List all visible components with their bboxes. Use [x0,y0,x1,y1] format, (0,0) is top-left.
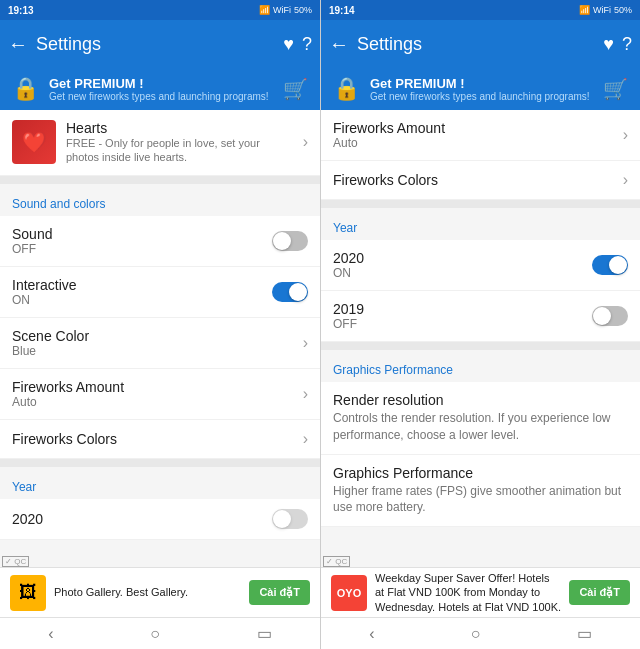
sound-toggle-knob [273,232,291,250]
fireworks-amount-text-left: Fireworks Amount Auto [12,379,303,409]
cart-icon-left[interactable]: 🛒 [283,77,308,101]
fireworks-amount-text-right: Fireworks Amount Auto [333,120,623,150]
hearts-item[interactable]: ❤️ Hearts FREE - Only for people in love… [0,110,320,176]
hearts-chevron: › [303,133,308,151]
year-2019-value-right: OFF [333,317,592,331]
premium-title-left: Get PREMIUM ! [49,76,273,91]
premium-title-right: Get PREMIUM ! [370,76,593,91]
premium-subtitle-left: Get new fireworks types and launching pr… [49,91,273,102]
cart-icon-right[interactable]: 🛒 [603,77,628,101]
battery-right: 50% [614,5,632,15]
header-title-left: Settings [36,34,275,55]
scene-color-value: Blue [12,344,303,358]
fireworks-colors-text-right: Fireworks Colors [333,172,623,188]
interactive-row: Interactive ON [0,267,320,318]
nav-back-right[interactable]: ‹ [369,625,374,643]
year-2019-toggle-right[interactable] [592,306,628,326]
hearts-name: Hearts [66,120,293,136]
header-right: ← Settings ♥ ? [321,20,640,68]
fireworks-colors-chevron-left: › [303,430,308,448]
premium-banner-left[interactable]: 🔒 Get PREMIUM ! Get new fireworks types … [0,68,320,110]
share-button-right[interactable]: ♥ [603,34,614,55]
nav-back-left[interactable]: ‹ [48,625,53,643]
ad-banner-right: OYO Weekday Super Saver Offer! Hotels at… [321,567,640,617]
nav-home-right[interactable]: ○ [471,625,481,643]
screen-left: 19:13 📶 WiFi 50% ← Settings ♥ ? 🔒 Get PR… [0,0,320,649]
year-2019-toggle-knob-right [593,307,611,325]
status-bar-left: 19:13 📶 WiFi 50% [0,0,320,20]
status-icons-left: 📶 WiFi 50% [259,5,312,15]
lock-icon-right: 🔒 [333,76,360,102]
nav-recent-left[interactable]: ▭ [257,624,272,643]
fireworks-colors-row-left[interactable]: Fireworks Colors › [0,420,320,459]
year-2020-toggle-knob-left [273,510,291,528]
graphics-perf-label: Graphics Performance [333,465,473,481]
divider-right-1 [321,200,640,208]
year-2020-toggle-right[interactable] [592,255,628,275]
help-button-right[interactable]: ? [622,34,632,55]
graphics-perf-row[interactable]: Graphics Performance Higher frame rates … [321,455,640,528]
help-button-left[interactable]: ? [302,34,312,55]
status-icons-right: 📶 WiFi 50% [579,5,632,15]
year-2020-toggle-left[interactable] [272,509,308,529]
header-title-right: Settings [357,34,595,55]
fireworks-amount-chevron-left: › [303,385,308,403]
fireworks-amount-row-left[interactable]: Fireworks Amount Auto › [0,369,320,420]
fireworks-colors-chevron-right: › [623,171,628,189]
section-year-right: Year [321,208,640,240]
section-year-left: Year [0,467,320,499]
nav-home-left[interactable]: ○ [150,625,160,643]
interactive-toggle-knob [289,283,307,301]
fireworks-amount-row-right[interactable]: Fireworks Amount Auto › [321,110,640,161]
status-time-left: 19:13 [8,5,34,16]
fireworks-amount-value-right: Auto [333,136,623,150]
ad-banner-left: 🖼 Photo Gallery. Best Gallery. Cài đặT [0,567,320,617]
sound-row: Sound OFF [0,216,320,267]
nav-recent-right[interactable]: ▭ [577,624,592,643]
scene-color-row[interactable]: Scene Color Blue › [0,318,320,369]
section-year-label-right: Year [333,221,357,235]
ad-text-right: Weekday Super Saver Offer! Hotels at Fla… [375,571,561,614]
ad-label-left: ✓ QC [2,556,29,567]
fireworks-colors-text-left: Fireworks Colors [12,431,303,447]
ad-button-left[interactable]: Cài đặT [249,580,310,605]
ad-button-right[interactable]: Cài đặT [569,580,630,605]
fireworks-colors-label-left: Fireworks Colors [12,431,303,447]
divider-1 [0,176,320,184]
wifi-icon: WiFi [273,5,291,15]
status-time-right: 19:14 [329,5,355,16]
year-2019-text-right: 2019 OFF [333,301,592,331]
year-2020-label-right: 2020 [333,250,592,266]
sound-toggle[interactable] [272,231,308,251]
section-sound-colors-label: Sound and colors [12,197,105,211]
section-graphics-right: Graphics Performance [321,350,640,382]
year-2020-label-left: 2020 [12,511,272,527]
premium-banner-right[interactable]: 🔒 Get PREMIUM ! Get new fireworks types … [321,68,640,110]
year-2020-text-left: 2020 [12,511,272,527]
sim-icon: 📶 [259,5,270,15]
year-2020-text-right: 2020 ON [333,250,592,280]
fireworks-amount-label-left: Fireworks Amount [12,379,303,395]
render-resolution-row[interactable]: Render resolution Controls the render re… [321,382,640,455]
hearts-desc: FREE - Only for people in love, set your… [66,136,293,165]
screen-right: 19:14 📶 WiFi 50% ← Settings ♥ ? 🔒 Get PR… [320,0,640,649]
back-button-right[interactable]: ← [329,33,349,56]
section-sound-colors: Sound and colors [0,184,320,216]
premium-text-right: Get PREMIUM ! Get new fireworks types an… [370,76,593,102]
share-button-left[interactable]: ♥ [283,34,294,55]
nav-bar-left: ‹ ○ ▭ [0,617,320,649]
render-resolution-label: Render resolution [333,392,444,408]
ad-text-left: Photo Gallery. Best Gallery. [54,585,241,599]
premium-subtitle-right: Get new fireworks types and launching pr… [370,91,593,102]
scene-color-label: Scene Color [12,328,303,344]
hearts-text: Hearts FREE - Only for people in love, s… [66,120,293,165]
lock-icon-left: 🔒 [12,76,39,102]
scene-color-chevron: › [303,334,308,352]
fireworks-amount-value-left: Auto [12,395,303,409]
fireworks-amount-label-right: Fireworks Amount [333,120,623,136]
interactive-toggle[interactable] [272,282,308,302]
back-button-left[interactable]: ← [8,33,28,56]
nav-bar-right: ‹ ○ ▭ [321,617,640,649]
fireworks-colors-row-right[interactable]: Fireworks Colors › [321,161,640,200]
year-2020-row-right: 2020 ON [321,240,640,291]
